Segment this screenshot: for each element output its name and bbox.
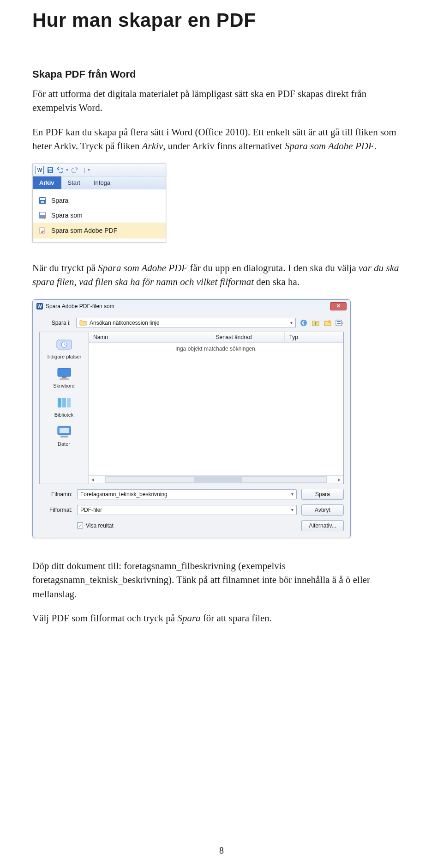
dropdown-icon[interactable]: ▾ xyxy=(66,167,68,172)
menu-spara-adobe-pdf-label: Spara som Adobe PDF xyxy=(51,227,117,234)
word-ribbon-screenshot: W ▾ | ▾ Arkiv Start Infoga Spara Spara s xyxy=(32,164,166,243)
svg-rect-8 xyxy=(40,227,44,234)
svg-rect-18 xyxy=(58,368,71,376)
svg-rect-4 xyxy=(40,198,45,200)
chevron-down-icon: ▾ xyxy=(291,507,293,512)
place-libraries[interactable]: Bibliotek xyxy=(54,395,74,418)
file-list-area: Tidigare platser Skrivbord Bibliotek Dat… xyxy=(39,332,344,484)
pdf-icon xyxy=(38,226,47,235)
svg-rect-7 xyxy=(40,212,45,215)
place-libraries-label: Bibliotek xyxy=(54,412,74,418)
recent-icon xyxy=(54,337,74,352)
page-title: Hur man skapar en PDF xyxy=(32,9,411,31)
instruction-paragraph-1: En PDF kan du skapa på flera sätt i Word… xyxy=(32,125,411,153)
col-type[interactable]: Typ xyxy=(285,332,343,342)
horizontal-scrollbar[interactable]: ◂ ▸ xyxy=(89,475,343,484)
menu-spara-som[interactable]: Spara som xyxy=(33,208,166,223)
menu-spara-adobe-pdf[interactable]: Spara som Adobe PDF xyxy=(33,223,166,238)
filetype-label: Filformat: xyxy=(39,507,72,513)
qat-more-icon[interactable]: ▾ xyxy=(88,167,90,172)
save-in-combo[interactable]: Ansökan nätkoncession linje ▾ xyxy=(76,318,296,328)
save-as-icon xyxy=(38,211,47,219)
svg-rect-19 xyxy=(62,376,66,378)
quick-access-toolbar: W ▾ | ▾ xyxy=(33,164,166,176)
svg-point-11 xyxy=(300,320,307,326)
new-folder-icon[interactable] xyxy=(323,319,332,327)
view-result-checkbox[interactable]: ✓ xyxy=(77,522,83,528)
chevron-down-icon: ▾ xyxy=(290,320,293,325)
scroll-right-icon[interactable]: ▸ xyxy=(335,475,343,484)
place-recent-label: Tidigare platser xyxy=(47,354,81,359)
svg-rect-22 xyxy=(62,398,66,407)
naming-paragraph: Döp ditt dokument till: foretagsnamn_fil… xyxy=(32,559,411,601)
folder-icon xyxy=(79,320,87,326)
place-recent[interactable]: Tidigare platser xyxy=(47,337,81,359)
intro-paragraph: För att utforma det digitala materialet … xyxy=(32,87,411,115)
word-small-icon: W xyxy=(36,303,43,310)
libraries-icon xyxy=(54,395,74,411)
dialog-title: Spara Adobe PDF-filen som xyxy=(46,303,114,310)
empty-list-message: Inga objekt matchade sökningen. xyxy=(89,343,343,475)
tab-infoga[interactable]: Infoga xyxy=(87,176,117,189)
computer-icon xyxy=(54,424,74,440)
list-header: Namn Senast ändrad Typ xyxy=(89,332,343,343)
scroll-left-icon[interactable]: ◂ xyxy=(89,475,97,484)
chevron-down-icon: ▾ xyxy=(291,492,293,497)
instruction-paragraph-2: När du tryckt på Spara som Adobe PDF får… xyxy=(32,261,411,289)
places-sidebar: Tidigare platser Skrivbord Bibliotek Dat… xyxy=(40,332,89,484)
svg-rect-23 xyxy=(67,398,71,407)
filetype-combo[interactable]: PDF-filer ▾ xyxy=(77,505,297,515)
svg-rect-20 xyxy=(60,378,69,380)
dialog-titlebar: W Spara Adobe PDF-filen som ✕ xyxy=(33,300,350,313)
col-name[interactable]: Namn xyxy=(89,332,211,342)
file-menu: Spara Spara som Spara som Adobe PDF xyxy=(33,189,166,242)
cancel-button[interactable]: Avbryt xyxy=(301,504,344,516)
save-in-label: Spara i: xyxy=(39,320,72,326)
close-button[interactable]: ✕ xyxy=(330,302,347,310)
svg-rect-15 xyxy=(337,323,341,324)
back-icon[interactable] xyxy=(299,319,308,327)
final-paragraph: Välj PDF som filformat och tryck på Spar… xyxy=(32,611,411,625)
ribbon-tab-bar: Arkiv Start Infoga xyxy=(33,176,166,189)
place-computer[interactable]: Dator xyxy=(54,424,74,447)
place-desktop-label: Skrivbord xyxy=(53,383,74,388)
undo-icon[interactable] xyxy=(56,166,63,173)
save-as-dialog: W Spara Adobe PDF-filen som ✕ Spara i: A… xyxy=(32,299,351,538)
desktop-icon xyxy=(54,366,74,382)
options-button[interactable]: Alternativ... xyxy=(301,520,344,531)
tab-start[interactable]: Start xyxy=(61,176,87,189)
redo-icon[interactable] xyxy=(71,166,78,173)
svg-text:W: W xyxy=(37,304,42,309)
svg-point-12 xyxy=(328,320,331,323)
tab-arkiv[interactable]: Arkiv xyxy=(33,176,61,189)
folder-name: Ansökan nätkoncession linje xyxy=(90,320,287,326)
filename-label: Filnamn: xyxy=(39,491,72,498)
svg-rect-1 xyxy=(48,168,52,170)
svg-rect-2 xyxy=(49,170,52,172)
svg-rect-26 xyxy=(60,436,68,437)
close-icon: ✕ xyxy=(336,303,341,309)
menu-spara-label: Spara xyxy=(51,197,68,204)
menu-spara[interactable]: Spara xyxy=(33,193,166,208)
section-heading: Skapa PDF från Word xyxy=(32,68,411,80)
views-icon[interactable] xyxy=(335,319,344,327)
up-one-level-icon[interactable] xyxy=(311,319,320,327)
svg-rect-21 xyxy=(58,398,61,407)
col-modified[interactable]: Senast ändrad xyxy=(211,332,285,342)
svg-rect-5 xyxy=(41,201,44,203)
page-number: 8 xyxy=(0,845,443,856)
svg-rect-25 xyxy=(60,428,69,433)
save-button[interactable]: Spara xyxy=(301,489,344,500)
place-computer-label: Dator xyxy=(58,441,70,447)
place-desktop[interactable]: Skrivbord xyxy=(53,366,74,388)
filename-input[interactable]: Foretagsnamn_teknisk_beskrivning ▾ xyxy=(77,489,297,499)
save-icon xyxy=(38,196,47,205)
save-icon[interactable] xyxy=(47,166,54,173)
word-logo-icon: W xyxy=(36,166,44,174)
svg-rect-14 xyxy=(337,321,341,322)
view-result-label: Visa reultat xyxy=(86,522,114,529)
menu-spara-som-label: Spara som xyxy=(51,212,83,219)
